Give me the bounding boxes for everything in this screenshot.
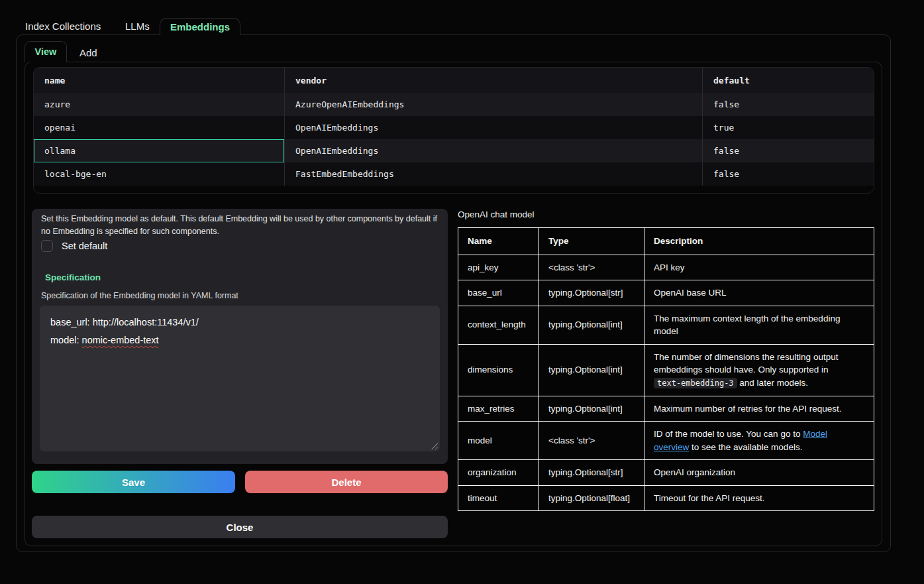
description-text: to see the available models. — [689, 442, 802, 452]
spec-cell-description: The number of dimensions the resulting o… — [644, 344, 874, 396]
spec-row: context_lengthtyping.Optional[int]The ma… — [458, 306, 874, 344]
textarea-resize-handle[interactable] — [431, 443, 438, 449]
spec-row: model<class 'str'>ID of the model to use… — [458, 422, 874, 460]
spec-cell-description: API key — [644, 255, 874, 280]
tab-index-collections[interactable]: Index Collections — [25, 21, 101, 32]
spec-header-row: Name Type Description — [458, 228, 874, 255]
spec-cell-type: typing.Optional[float] — [539, 485, 644, 511]
spec-cell-description: ID of the model to use. You can go to Mo… — [644, 422, 874, 460]
yaml-line-model: model: nomic-embed-text — [50, 331, 429, 349]
spec-row: base_urltyping.Optional[str]OpenAI base … — [458, 280, 874, 306]
set-default-row: Set default — [41, 240, 107, 252]
embeddings-cell-default: true — [702, 116, 874, 139]
spec-cell-description: OpenAI organization — [644, 460, 874, 486]
app-window: Index Collections LLMs Embeddings View A… — [0, 0, 924, 584]
description-text: API key — [654, 263, 685, 272]
close-button[interactable]: Close — [32, 516, 448, 538]
spec-table-body: api_key<class 'str'>API keybase_urltypin… — [458, 255, 874, 511]
spec-cell-name: api_key — [458, 255, 539, 280]
embeddings-header-cell: vendor — [284, 68, 702, 93]
description-text: OpenAI organization — [654, 467, 735, 477]
spec-cell-name: base_url — [458, 280, 539, 306]
spec-table-head: Name Type Description — [458, 228, 874, 255]
spec-cell-description: The maximum context length of the embedd… — [644, 306, 874, 344]
embeddings-cell-name: ollama — [34, 139, 284, 162]
set-default-label: Set default — [62, 241, 107, 251]
yaml-line-base-url: base_url: http://localhost:11434/v1/ — [50, 314, 429, 331]
description-text: The number of dimensions the resulting o… — [654, 352, 838, 375]
description-text: Maximum number of retries for the API re… — [654, 404, 842, 414]
misspelled-word: nomic-embed-text — [82, 335, 159, 345]
embedding-config-panel: Set this Embedding model as default. Thi… — [32, 209, 448, 464]
table-row[interactable]: azureAzureOpenAIEmbeddingsfalse — [34, 93, 874, 116]
table-row[interactable]: ollamaOpenAIEmbeddingsfalse — [34, 139, 874, 162]
spec-row: max_retriestyping.Optional[int]Maximum n… — [458, 396, 874, 422]
spec-cell-name: context_length — [458, 306, 539, 344]
spec-cell-type: typing.Optional[int] — [539, 306, 644, 344]
yaml-spec-textarea[interactable]: base_url: http://localhost:11434/v1/ mod… — [40, 306, 440, 451]
description-text: Timeout for the API request. — [654, 493, 765, 503]
spec-cell-name: timeout — [458, 485, 539, 511]
spec-cell-type: typing.Optional[str] — [539, 280, 644, 306]
embeddings-header-cell: default — [702, 68, 874, 93]
spec-row: api_key<class 'str'>API key — [458, 255, 874, 280]
embeddings-header-cell: name — [34, 68, 284, 93]
save-button[interactable]: Save — [32, 471, 235, 493]
embeddings-cell-vendor: OpenAIEmbeddings — [284, 139, 702, 162]
tab-llms[interactable]: LLMs — [125, 21, 150, 32]
embeddings-cell-name: azure — [34, 93, 284, 116]
spec-row: timeouttyping.Optional[float]Timeout for… — [458, 485, 874, 511]
spec-cell-description: Maximum number of retries for the API re… — [644, 396, 874, 422]
spec-table-title: OpenAI chat model — [458, 209, 535, 219]
inline-code: text-embedding-3 — [654, 378, 737, 388]
table-row[interactable]: local-bge-enFastEmbedEmbeddingsfalse — [34, 162, 874, 186]
description-text: and later models. — [737, 378, 808, 388]
tab-view[interactable]: View — [25, 41, 67, 62]
spec-col-description: Description — [644, 228, 874, 255]
spec-row: organizationtyping.Optional[str]OpenAI o… — [458, 460, 874, 486]
specification-subtitle: Specification of the Embedding model in … — [41, 291, 238, 300]
spec-cell-type: typing.Optional[str] — [539, 460, 644, 486]
tab-add[interactable]: Add — [79, 47, 97, 58]
spec-cell-type: typing.Optional[int] — [539, 344, 644, 396]
spec-cell-name: model — [458, 422, 539, 460]
specification-heading: Specification — [45, 272, 101, 282]
spec-cell-type: typing.Optional[int] — [539, 396, 644, 422]
spec-table-container: Name Type Description api_key<class 'str… — [458, 227, 874, 511]
spec-cell-description: Timeout for the API request. — [644, 485, 874, 511]
spec-cell-name: organization — [458, 460, 539, 486]
embeddings-cell-vendor: AzureOpenAIEmbeddings — [284, 93, 702, 116]
description-text: ID of the model to use. You can go to — [654, 429, 803, 439]
embeddings-cell-vendor: OpenAIEmbeddings — [284, 116, 702, 139]
spec-col-name: Name — [458, 228, 539, 255]
spec-cell-name: max_retries — [458, 396, 539, 422]
spec-cell-name: dimensions — [458, 344, 539, 396]
embeddings-cell-name: openai — [34, 116, 284, 139]
embeddings-table-header-row: namevendordefault — [34, 68, 874, 93]
embeddings-cell-vendor: FastEmbedEmbeddings — [284, 162, 702, 186]
set-default-description: Set this Embedding model as default. Thi… — [41, 213, 440, 239]
spec-table: Name Type Description api_key<class 'str… — [458, 227, 874, 511]
delete-button[interactable]: Delete — [245, 471, 448, 493]
description-text: The maximum context length of the embedd… — [654, 314, 840, 337]
spec-cell-type: <class 'str'> — [539, 422, 644, 460]
embeddings-cell-name: local-bge-en — [34, 162, 284, 186]
spec-col-type: Type — [539, 228, 644, 255]
embeddings-cell-default: false — [702, 139, 874, 162]
embeddings-table: namevendordefaultazureAzureOpenAIEmbeddi… — [33, 67, 874, 194]
spec-row: dimensionstyping.Optional[int]The number… — [458, 344, 874, 396]
spec-cell-description: OpenAI base URL — [644, 280, 874, 306]
tab-embeddings[interactable]: Embeddings — [160, 18, 240, 35]
table-row[interactable]: openaiOpenAIEmbeddingstrue — [34, 116, 874, 139]
embeddings-cell-default: false — [702, 162, 874, 186]
set-default-checkbox[interactable] — [41, 240, 53, 252]
embeddings-cell-default: false — [702, 93, 874, 116]
spec-cell-type: <class 'str'> — [539, 255, 644, 280]
description-text: OpenAI base URL — [654, 288, 727, 298]
